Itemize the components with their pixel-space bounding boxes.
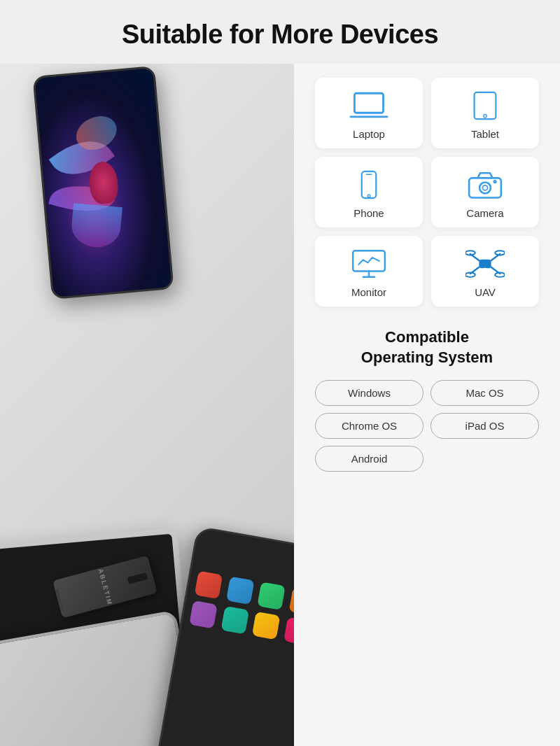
app-grid [189, 571, 294, 646]
phone-screen [35, 68, 172, 297]
svg-point-21 [465, 273, 475, 277]
device-card-camera: Camera [431, 157, 539, 227]
app-icon-7 [284, 617, 294, 646]
uav-icon [465, 248, 505, 279]
monitor-label: Monitor [351, 286, 386, 298]
svg-rect-14 [479, 260, 491, 269]
os-badge-macos: Mac OS [430, 380, 539, 406]
left-panel: CABLETIME [0, 64, 294, 746]
phone-device-image [32, 66, 174, 300]
svg-rect-4 [362, 171, 377, 198]
app-icon-2 [257, 582, 286, 610]
svg-point-19 [465, 251, 475, 255]
os-section: CompatibleOperating System Windows Mac O… [315, 328, 539, 472]
device-card-laptop: Laptop [315, 78, 423, 148]
svg-point-20 [495, 251, 505, 255]
monitor-icon [349, 248, 388, 279]
svg-point-22 [495, 273, 505, 277]
os-grid: Windows Mac OS Chrome OS iPad OS Android [315, 380, 539, 472]
device-card-phone: Phone [315, 157, 423, 227]
phone-icon [349, 169, 388, 200]
app-icon-health [195, 571, 223, 600]
usb-reader-slot [127, 572, 148, 584]
device-card-tablet: Tablet [431, 78, 539, 148]
device-grid: Laptop Tablet [315, 78, 539, 307]
svg-point-10 [493, 180, 496, 183]
device-card-uav: UAV [431, 236, 539, 307]
uav-label: UAV [475, 286, 496, 298]
phone-label: Phone [354, 207, 384, 219]
app-icon-6 [252, 612, 281, 640]
svg-point-3 [484, 114, 486, 117]
device-card-monitor: Monitor [315, 236, 423, 307]
usb-reader-brand: CABLETIME [95, 562, 115, 612]
camera-icon [465, 169, 505, 200]
main-content: CABLETIME [0, 64, 560, 746]
right-panel: Laptop Tablet [294, 64, 560, 746]
app-icon-5 [220, 606, 249, 635]
header: Suitable for More Devices [0, 0, 560, 64]
svg-point-8 [479, 182, 491, 193]
svg-point-23 [483, 268, 487, 272]
svg-rect-0 [354, 93, 383, 113]
page-container: Suitable for More Devices [0, 0, 560, 746]
os-badge-windows: Windows [315, 380, 424, 406]
laptop-label: Laptop [353, 128, 385, 140]
os-badge-ipados: iPad OS [430, 413, 539, 439]
svg-point-5 [368, 195, 370, 197]
camera-label: Camera [466, 207, 503, 219]
svg-point-9 [482, 185, 487, 190]
app-icon-4 [189, 600, 218, 629]
page-title: Suitable for More Devices [14, 20, 546, 50]
os-title: CompatibleOperating System [315, 328, 539, 367]
os-badge-chromeos: Chrome OS [315, 413, 424, 439]
svg-rect-2 [475, 92, 496, 119]
app-icon-3 [288, 587, 294, 616]
laptop-icon [349, 90, 388, 121]
os-badge-android: Android [315, 446, 424, 472]
tablet-icon [465, 90, 505, 121]
tablet-label: Tablet [471, 128, 499, 140]
app-icon-1 [226, 576, 255, 605]
